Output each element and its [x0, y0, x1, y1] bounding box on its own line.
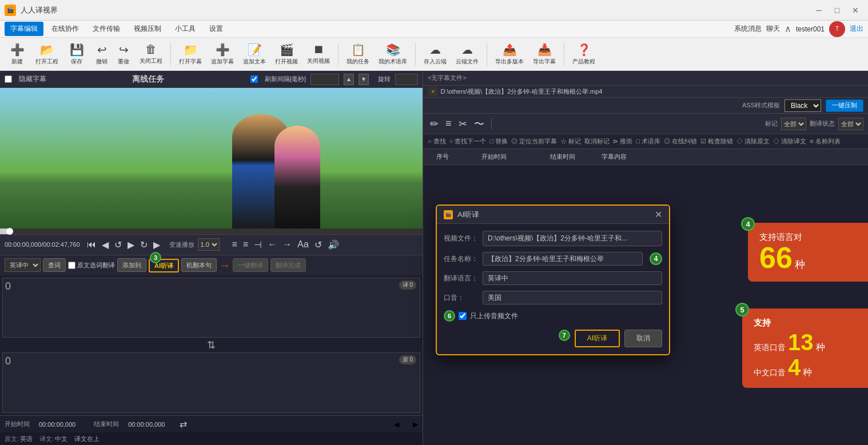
- user-avatar[interactable]: T: [829, 21, 845, 37]
- align-left-btn[interactable]: ⊣: [253, 238, 263, 251]
- logout-link[interactable]: 退出: [850, 24, 863, 34]
- toolbar-export-subtitle[interactable]: 📥 导出字幕: [529, 41, 559, 68]
- menu-file-transfer[interactable]: 文件传输: [87, 22, 126, 36]
- volume-btn[interactable]: 🔊: [327, 238, 340, 251]
- dialog-task-name-row: 任务名称： 4: [444, 252, 662, 266]
- rotate-input[interactable]: 0: [395, 74, 418, 85]
- search-replace-item[interactable]: □ 替换: [489, 137, 508, 146]
- rewind-btn[interactable]: ⏮: [86, 238, 97, 251]
- dialog-close-button[interactable]: ✕: [655, 209, 662, 220]
- dialog-lang-select[interactable]: 英译中: [483, 271, 662, 285]
- scissors-icon-btn[interactable]: ✂: [456, 115, 469, 133]
- toolbar-save[interactable]: 💾 保存: [64, 41, 89, 68]
- close-button[interactable]: ✕: [847, 4, 863, 17]
- align-top-btn[interactable]: ≡: [231, 238, 238, 251]
- toolbar-tutorial[interactable]: ❓ 产品教程: [569, 41, 599, 68]
- toolbar-sep-4: [487, 43, 487, 66]
- maximize-button[interactable]: □: [829, 4, 845, 17]
- nav-next[interactable]: ▶: [413, 420, 418, 428]
- word-select-checkbox[interactable]: [68, 262, 75, 269]
- marker-filter-select[interactable]: 全部: [781, 118, 806, 130]
- menu-subtitle-edit[interactable]: 字幕编辑: [5, 22, 43, 36]
- search-term-item[interactable]: □ 术语库: [636, 137, 660, 146]
- lang-select[interactable]: 英译中: [5, 258, 41, 272]
- trans-state-select[interactable]: 全部: [838, 118, 863, 130]
- toolbar-cloud-files[interactable]: ☁ 云端文件: [452, 41, 482, 68]
- word-select-label[interactable]: 原文选词翻译: [68, 261, 115, 270]
- search-clear-orig-item[interactable]: ◇ 清除原文: [736, 137, 770, 146]
- search-word-btn[interactable]: 查词: [43, 258, 66, 272]
- toolbar-close-video[interactable]: ⏹ 关闭视频: [304, 41, 333, 67]
- speed-select[interactable]: 1.0 0.5 1.5 2.0: [198, 238, 220, 251]
- toolbar-append-text[interactable]: 📝 追加文本: [240, 41, 269, 68]
- refresh-checkbox[interactable]: [250, 75, 258, 83]
- search-online-fix-item[interactable]: ◎ 在线纠错: [664, 137, 697, 146]
- add-to-btn[interactable]: 添加到: [117, 258, 146, 272]
- toolbar-undo[interactable]: ↩ 撤销: [91, 42, 112, 67]
- toolbar-new[interactable]: ➕ 新建: [5, 41, 30, 68]
- chat-link[interactable]: 聊天: [766, 24, 780, 34]
- search-check-item[interactable]: ☑ 检查除错: [700, 137, 733, 146]
- align-out-btn[interactable]: →: [281, 238, 293, 251]
- timeline[interactable]: [0, 228, 423, 234]
- swap-icon[interactable]: ⇅: [2, 339, 420, 351]
- toolbar-append-subtitle[interactable]: ➕ 追加字幕: [208, 41, 237, 68]
- ass-style-select[interactable]: Black: [785, 99, 821, 112]
- file-close-x[interactable]: ×: [428, 87, 438, 96]
- search-clear-trans-item[interactable]: ◇ 清除译文: [773, 137, 806, 146]
- timeline-cursor[interactable]: [6, 228, 13, 235]
- search-push-item[interactable]: ⊳ 推崇: [613, 137, 632, 146]
- dialog-task-name-input[interactable]: [483, 252, 643, 266]
- toolbar-open-project[interactable]: 📂 打开工程: [32, 41, 62, 68]
- one-click-compress-btn[interactable]: 一键压制: [826, 99, 863, 112]
- prev-frame-btn[interactable]: ◀: [101, 238, 110, 251]
- nav-prev[interactable]: ◀: [394, 420, 399, 428]
- menu-video-compress[interactable]: 视频压制: [128, 22, 167, 36]
- menu-small-tools[interactable]: 小工具: [169, 22, 201, 36]
- toolbar-upload-cloud[interactable]: ☁ 存入云端: [420, 41, 450, 68]
- align-center-btn[interactable]: ≡: [242, 238, 249, 251]
- hide-subtitle-checkbox[interactable]: [5, 75, 12, 83]
- dialog-upload-only-checkbox[interactable]: [459, 312, 467, 320]
- search-mark-item[interactable]: ☆ 标记: [560, 137, 581, 146]
- pencil-icon-btn[interactable]: ✏: [428, 115, 441, 133]
- search-find-next-item[interactable]: ○ 查找下一个: [449, 137, 487, 146]
- wave-icon-btn[interactable]: 〜: [472, 115, 487, 133]
- list-icon-btn[interactable]: ≡: [443, 115, 454, 132]
- toolbar-close-project[interactable]: 🗑 关闭工程: [136, 41, 166, 67]
- search-find-item[interactable]: ○ 查找: [428, 137, 446, 146]
- toolbar-redo[interactable]: ↪ 重做: [113, 42, 134, 67]
- next-short-btn[interactable]: ↻: [139, 238, 149, 251]
- prev-short-btn[interactable]: ↺: [113, 238, 123, 251]
- menu-settings[interactable]: 设置: [204, 22, 229, 36]
- dialog-cancel-btn[interactable]: 取消: [624, 330, 662, 347]
- trans-subtitle-panel[interactable]: 0 译 0: [2, 278, 420, 338]
- system-message-link[interactable]: 系统消息: [734, 24, 762, 34]
- font-size-btn[interactable]: Aa: [296, 238, 310, 251]
- search-locate-item[interactable]: ◎ 定位当前字幕: [511, 137, 557, 146]
- toolbar-export-multi[interactable]: 📤 导出多版本: [492, 41, 527, 68]
- refresh-input[interactable]: 500: [310, 74, 339, 85]
- toolbar-open-video[interactable]: 🎬 打开视频: [272, 41, 301, 68]
- search-name-list-item[interactable]: ≡ 名称列表: [810, 137, 840, 146]
- one-key-trans-btn[interactable]: 一键翻译: [233, 258, 268, 272]
- repeat-btn[interactable]: ⇄: [178, 418, 188, 431]
- collapse-button[interactable]: ∧: [785, 23, 791, 34]
- play-btn[interactable]: ▶: [126, 238, 136, 251]
- machine-trans-btn[interactable]: 机翻本句: [181, 258, 217, 272]
- loop-btn[interactable]: ↺: [313, 238, 323, 251]
- toolbar-term-lib[interactable]: 📚 我的术语库: [375, 41, 411, 68]
- toolbar-my-tasks[interactable]: 📋 我的任务: [343, 41, 373, 68]
- dialog-accent-select[interactable]: 美国: [483, 291, 662, 304]
- next-frame-btn[interactable]: ▶: [152, 238, 161, 251]
- refresh-up-btn[interactable]: ▲: [344, 74, 354, 85]
- orig-subtitle-panel[interactable]: 0 原 0: [2, 352, 420, 413]
- trans-done-btn[interactable]: 翻译完成: [270, 258, 306, 272]
- minimize-button[interactable]: ─: [811, 4, 827, 17]
- refresh-down-btn[interactable]: ▼: [359, 74, 369, 85]
- search-unmark-item[interactable]: 取消标记: [584, 137, 610, 146]
- dialog-ai-listen-btn[interactable]: AI听译: [575, 330, 620, 347]
- menu-online-collab[interactable]: 在线协作: [46, 22, 85, 36]
- align-in-btn[interactable]: ←: [266, 238, 278, 251]
- toolbar-open-subtitle[interactable]: 📁 打开字幕: [176, 41, 205, 68]
